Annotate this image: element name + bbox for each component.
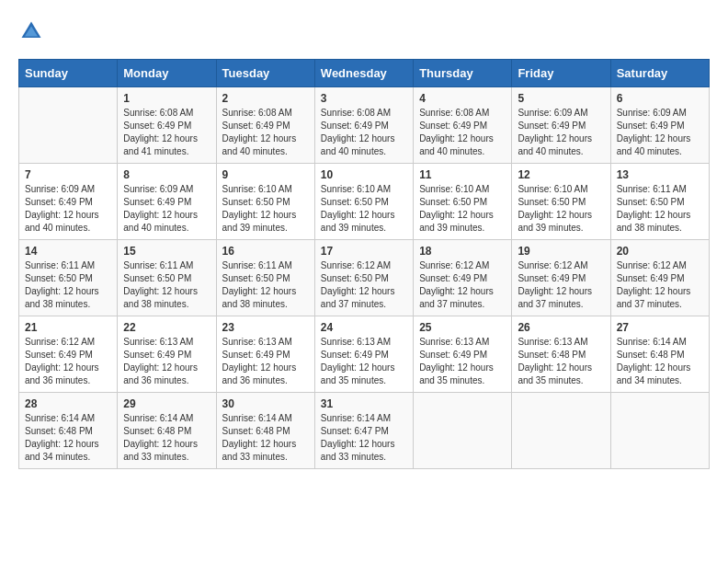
day-number: 2 (222, 92, 309, 105)
calendar-cell: 12Sunrise: 6:10 AM Sunset: 6:50 PM Dayli… (512, 164, 610, 240)
calendar-week-row: 28Sunrise: 6:14 AM Sunset: 6:48 PM Dayli… (19, 393, 710, 469)
day-info: Sunrise: 6:09 AM Sunset: 6:49 PM Dayligh… (123, 183, 210, 235)
day-number: 3 (321, 92, 407, 105)
day-number: 15 (123, 245, 210, 258)
calendar-cell: 9Sunrise: 6:10 AM Sunset: 6:50 PM Daylig… (216, 164, 314, 240)
day-info: Sunrise: 6:10 AM Sunset: 6:50 PM Dayligh… (321, 183, 407, 235)
weekday-header-saturday: Saturday (610, 60, 709, 87)
day-number: 21 (25, 321, 111, 334)
calendar-cell: 7Sunrise: 6:09 AM Sunset: 6:49 PM Daylig… (19, 164, 118, 240)
calendar-cell (414, 393, 512, 469)
day-info: Sunrise: 6:11 AM Sunset: 6:50 PM Dayligh… (222, 259, 309, 311)
day-number: 9 (222, 168, 309, 181)
day-number: 20 (617, 245, 703, 258)
day-info: Sunrise: 6:08 AM Sunset: 6:49 PM Dayligh… (123, 107, 210, 158)
day-number: 5 (518, 92, 604, 105)
day-info: Sunrise: 6:08 AM Sunset: 6:49 PM Dayligh… (222, 107, 309, 158)
day-info: Sunrise: 6:11 AM Sunset: 6:50 PM Dayligh… (123, 259, 210, 311)
calendar-cell: 22Sunrise: 6:13 AM Sunset: 6:49 PM Dayli… (118, 316, 216, 393)
day-info: Sunrise: 6:10 AM Sunset: 6:50 PM Dayligh… (419, 183, 506, 235)
day-info: Sunrise: 6:10 AM Sunset: 6:50 PM Dayligh… (222, 183, 309, 235)
calendar-cell: 11Sunrise: 6:10 AM Sunset: 6:50 PM Dayli… (414, 164, 512, 240)
day-info: Sunrise: 6:13 AM Sunset: 6:49 PM Dayligh… (222, 336, 309, 387)
calendar-cell: 16Sunrise: 6:11 AM Sunset: 6:50 PM Dayli… (216, 240, 314, 316)
calendar-cell: 6Sunrise: 6:09 AM Sunset: 6:49 PM Daylig… (610, 87, 709, 164)
day-number: 27 (617, 321, 703, 334)
calendar-week-row: 21Sunrise: 6:12 AM Sunset: 6:49 PM Dayli… (19, 316, 710, 393)
weekday-header-row: SundayMondayTuesdayWednesdayThursdayFrid… (19, 60, 710, 87)
day-number: 29 (123, 397, 210, 410)
weekday-header-tuesday: Tuesday (216, 60, 314, 87)
calendar-cell (19, 87, 118, 164)
day-info: Sunrise: 6:09 AM Sunset: 6:49 PM Dayligh… (518, 107, 604, 158)
day-info: Sunrise: 6:13 AM Sunset: 6:49 PM Dayligh… (419, 336, 506, 387)
day-number: 12 (518, 168, 604, 181)
day-info: Sunrise: 6:12 AM Sunset: 6:49 PM Dayligh… (617, 259, 703, 311)
day-info: Sunrise: 6:09 AM Sunset: 6:49 PM Dayligh… (617, 107, 703, 158)
day-number: 16 (222, 245, 309, 258)
day-number: 11 (419, 168, 506, 181)
day-number: 24 (321, 321, 407, 334)
day-number: 28 (25, 397, 111, 410)
day-info: Sunrise: 6:12 AM Sunset: 6:50 PM Dayligh… (321, 259, 407, 311)
day-info: Sunrise: 6:08 AM Sunset: 6:49 PM Dayligh… (321, 107, 407, 158)
day-info: Sunrise: 6:14 AM Sunset: 6:48 PM Dayligh… (123, 412, 210, 464)
calendar-cell: 2Sunrise: 6:08 AM Sunset: 6:49 PM Daylig… (216, 87, 314, 164)
calendar-cell: 23Sunrise: 6:13 AM Sunset: 6:49 PM Dayli… (216, 316, 314, 393)
calendar-week-row: 14Sunrise: 6:11 AM Sunset: 6:50 PM Dayli… (19, 240, 710, 316)
calendar-cell: 26Sunrise: 6:13 AM Sunset: 6:48 PM Dayli… (512, 316, 610, 393)
day-number: 14 (25, 245, 111, 258)
calendar-cell: 31Sunrise: 6:14 AM Sunset: 6:47 PM Dayli… (314, 393, 413, 469)
weekday-header-sunday: Sunday (19, 60, 118, 87)
day-number: 18 (419, 245, 506, 258)
day-number: 23 (222, 321, 309, 334)
day-info: Sunrise: 6:09 AM Sunset: 6:49 PM Dayligh… (25, 183, 111, 235)
day-number: 1 (123, 92, 210, 105)
calendar-week-row: 7Sunrise: 6:09 AM Sunset: 6:49 PM Daylig… (19, 164, 710, 240)
day-number: 19 (518, 245, 604, 258)
day-number: 4 (419, 92, 506, 105)
day-number: 25 (419, 321, 506, 334)
calendar-cell: 28Sunrise: 6:14 AM Sunset: 6:48 PM Dayli… (19, 393, 118, 469)
calendar-cell: 27Sunrise: 6:14 AM Sunset: 6:48 PM Dayli… (610, 316, 709, 393)
day-number: 13 (617, 168, 703, 181)
day-info: Sunrise: 6:08 AM Sunset: 6:49 PM Dayligh… (419, 107, 506, 158)
calendar-cell (512, 393, 610, 469)
weekday-header-thursday: Thursday (414, 60, 512, 87)
calendar-cell: 17Sunrise: 6:12 AM Sunset: 6:50 PM Dayli… (314, 240, 413, 316)
day-info: Sunrise: 6:13 AM Sunset: 6:48 PM Dayligh… (518, 336, 604, 387)
day-info: Sunrise: 6:12 AM Sunset: 6:49 PM Dayligh… (518, 259, 604, 311)
calendar-cell: 3Sunrise: 6:08 AM Sunset: 6:49 PM Daylig… (314, 87, 413, 164)
calendar-cell: 19Sunrise: 6:12 AM Sunset: 6:49 PM Dayli… (512, 240, 610, 316)
day-info: Sunrise: 6:11 AM Sunset: 6:50 PM Dayligh… (617, 183, 703, 235)
day-number: 6 (617, 92, 703, 105)
calendar-cell: 20Sunrise: 6:12 AM Sunset: 6:49 PM Dayli… (610, 240, 709, 316)
day-number: 31 (321, 397, 407, 410)
day-info: Sunrise: 6:10 AM Sunset: 6:50 PM Dayligh… (518, 183, 604, 235)
day-number: 10 (321, 168, 407, 181)
calendar-cell: 10Sunrise: 6:10 AM Sunset: 6:50 PM Dayli… (314, 164, 413, 240)
weekday-header-monday: Monday (118, 60, 216, 87)
calendar-cell: 8Sunrise: 6:09 AM Sunset: 6:49 PM Daylig… (118, 164, 216, 240)
calendar-cell: 18Sunrise: 6:12 AM Sunset: 6:49 PM Dayli… (414, 240, 512, 316)
day-info: Sunrise: 6:14 AM Sunset: 6:48 PM Dayligh… (25, 412, 111, 464)
calendar-cell: 5Sunrise: 6:09 AM Sunset: 6:49 PM Daylig… (512, 87, 610, 164)
calendar-cell: 24Sunrise: 6:13 AM Sunset: 6:49 PM Dayli… (314, 316, 413, 393)
calendar-cell: 13Sunrise: 6:11 AM Sunset: 6:50 PM Dayli… (610, 164, 709, 240)
day-number: 8 (123, 168, 210, 181)
weekday-header-wednesday: Wednesday (314, 60, 413, 87)
day-info: Sunrise: 6:13 AM Sunset: 6:49 PM Dayligh… (123, 336, 210, 387)
day-info: Sunrise: 6:14 AM Sunset: 6:48 PM Dayligh… (222, 412, 309, 464)
calendar-cell: 21Sunrise: 6:12 AM Sunset: 6:49 PM Dayli… (19, 316, 118, 393)
calendar-cell: 25Sunrise: 6:13 AM Sunset: 6:49 PM Dayli… (414, 316, 512, 393)
logo-icon (18, 18, 44, 44)
day-number: 26 (518, 321, 604, 334)
day-number: 30 (222, 397, 309, 410)
page-header (18, 18, 710, 44)
weekday-header-friday: Friday (512, 60, 610, 87)
day-info: Sunrise: 6:14 AM Sunset: 6:47 PM Dayligh… (321, 412, 407, 464)
calendar-cell: 4Sunrise: 6:08 AM Sunset: 6:49 PM Daylig… (414, 87, 512, 164)
calendar-cell (610, 393, 709, 469)
day-info: Sunrise: 6:12 AM Sunset: 6:49 PM Dayligh… (419, 259, 506, 311)
day-info: Sunrise: 6:14 AM Sunset: 6:48 PM Dayligh… (617, 336, 703, 387)
